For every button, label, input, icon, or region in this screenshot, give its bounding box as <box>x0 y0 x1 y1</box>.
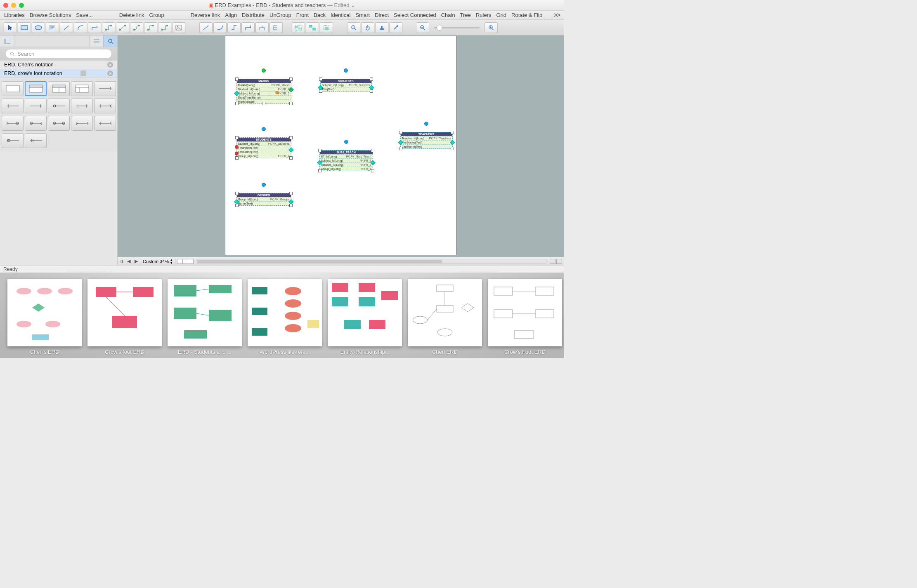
gallery-thumb[interactable]: Chen's ERD <box>7 279 82 355</box>
prev-page-button[interactable]: ◀ <box>125 259 132 264</box>
conn-style-straight[interactable] <box>199 22 213 33</box>
tool-connector-2[interactable] <box>116 22 129 33</box>
lock-shapes[interactable] <box>320 22 333 33</box>
tool-arc[interactable] <box>74 22 87 33</box>
rotate-handle[interactable] <box>262 68 266 73</box>
menu-delete-link[interactable]: Delete link <box>119 12 144 18</box>
tool-ellipse[interactable] <box>32 22 45 33</box>
group-shapes[interactable] <box>292 22 305 33</box>
entity-groups[interactable]: GROUPS Group_Id(Long)PK:PK_Groups Name(T… <box>236 193 291 206</box>
fit-width-button[interactable] <box>550 259 555 264</box>
horizontal-scrollbar[interactable] <box>196 259 547 264</box>
stencil-relation-4[interactable] <box>48 99 70 113</box>
menu-ungroup[interactable]: UnGroup <box>269 12 291 18</box>
menu-chain[interactable]: Chain <box>441 12 455 18</box>
rotate-handle[interactable] <box>344 140 348 144</box>
entity-marks[interactable]: MARKS MarkId(Long)PK:PK_Marks Student_Id… <box>236 79 291 104</box>
rotate-handle[interactable] <box>262 127 266 131</box>
tool-pan[interactable] <box>361 22 374 33</box>
menu-grid[interactable]: Grid <box>496 12 506 18</box>
menu-rulers[interactable]: Rulers <box>476 12 492 18</box>
conn-style-smart[interactable] <box>241 22 255 33</box>
gallery-thumb[interactable]: Crow's foot ERD <box>87 279 162 355</box>
entity-subj-teach[interactable]: SUBJ_TEACH ST_Id(Long)PK:PK_Subj_Teach S… <box>319 150 373 171</box>
menu-smart[interactable]: Smart <box>355 12 370 18</box>
rotate-handle[interactable] <box>424 122 428 126</box>
tool-elbow[interactable] <box>88 22 101 33</box>
zoom-slider[interactable] <box>434 27 480 28</box>
stencil-relation-5[interactable] <box>71 99 93 113</box>
stencil-relation-6[interactable] <box>94 99 116 113</box>
page-thumbnails[interactable] <box>177 259 193 264</box>
menu-distribute[interactable]: Distribute <box>242 12 265 18</box>
stencil-relation-1[interactable] <box>94 81 116 96</box>
tool-connector-3[interactable] <box>130 22 143 33</box>
tool-select[interactable] <box>4 22 17 33</box>
stencil-relation-2[interactable] <box>2 99 24 113</box>
tool-text[interactable] <box>46 22 59 33</box>
menu-browse-solutions[interactable]: Browse Solutions <box>30 12 71 18</box>
gallery-thumb[interactable]: Entity-Relationship... <box>328 279 402 355</box>
tool-connector-1[interactable] <box>102 22 115 33</box>
menu-back[interactable]: Back <box>314 12 326 18</box>
library-row-crows-foot[interactable]: ERD, crow's foot notation ✕ <box>0 69 117 78</box>
panel-toggle-icon[interactable] <box>0 35 14 47</box>
stencil-relation-10[interactable] <box>71 116 93 131</box>
stencil-relation-13[interactable] <box>25 133 47 148</box>
tool-connector-4[interactable] <box>144 22 157 33</box>
gallery-thumb[interactable]: ERD - Students and ... <box>168 279 242 355</box>
rotate-handle[interactable] <box>262 183 266 187</box>
menu-save[interactable]: Save... <box>76 12 92 18</box>
stencil-relation-3[interactable] <box>25 99 47 113</box>
stepper-icon[interactable]: ▴▾ <box>170 259 173 264</box>
entity-students[interactable]: STUDENTS Student_Id(Long)PK:PK_Students … <box>236 137 291 158</box>
stencil-entity-3[interactable] <box>48 81 70 96</box>
rotate-handle[interactable] <box>344 68 348 73</box>
conn-style-curve[interactable] <box>213 22 227 33</box>
menu-identical[interactable]: Identical <box>331 12 350 18</box>
stencil-entity-2[interactable] <box>25 81 47 96</box>
entity-subjects[interactable]: SUBJECTS Subject_Id(Long)PK:PK_Subjects … <box>320 79 372 92</box>
stencil-relation-9[interactable] <box>48 116 70 131</box>
stencil-relation-8[interactable] <box>25 116 47 131</box>
gallery-thumb[interactable]: Chen ERD <box>408 279 482 355</box>
tool-line[interactable] <box>60 22 73 33</box>
menu-libraries[interactable]: Libraries <box>4 12 25 18</box>
tool-eyedropper[interactable] <box>389 22 402 33</box>
library-search-toggle[interactable] <box>103 35 117 47</box>
stencil-relation-12[interactable] <box>2 133 24 148</box>
next-page-button[interactable]: ▶ <box>132 259 140 264</box>
save-library-icon[interactable] <box>80 71 86 76</box>
fit-page-button[interactable] <box>556 259 562 264</box>
ungroup-shapes[interactable] <box>306 22 319 33</box>
library-row-chen[interactable]: ERD, Chen's notation ✕ <box>0 61 117 69</box>
menu-front[interactable]: Front <box>296 12 309 18</box>
menu-rotate-flip[interactable]: Rotate & Flip <box>511 12 542 18</box>
tool-stamp[interactable] <box>375 22 388 33</box>
zoom-slider-thumb[interactable] <box>437 25 442 31</box>
stencil-entity-1[interactable] <box>2 81 24 96</box>
zoom-in-button[interactable] <box>484 22 498 33</box>
tool-zoom[interactable] <box>347 22 360 33</box>
menu-direct[interactable]: Direct <box>375 12 389 18</box>
menu-overflow[interactable]: >> <box>553 12 560 19</box>
list-view-icon[interactable] <box>89 35 103 47</box>
close-icon[interactable]: ✕ <box>107 71 113 76</box>
edited-indicator[interactable]: — Edited ⌄ <box>327 2 355 8</box>
tool-connector-5[interactable] <box>158 22 171 33</box>
stencil-relation-7[interactable] <box>2 116 24 131</box>
zoom-out-button[interactable] <box>416 22 429 33</box>
stencil-relation-11[interactable] <box>94 116 116 131</box>
entity-teachers[interactable]: TEACHERS Teacher_Id(Long)PK:PK_Teachers … <box>400 132 453 149</box>
menu-tree[interactable]: Tree <box>460 12 471 18</box>
menu-group[interactable]: Group <box>149 12 164 18</box>
conn-style-ortho[interactable] <box>227 22 241 33</box>
menu-align[interactable]: Align <box>225 12 237 18</box>
gallery-thumb[interactable]: Crow's Foot ERD <box>488 279 562 355</box>
tool-insert-image[interactable] <box>172 22 185 33</box>
close-icon[interactable]: ✕ <box>107 62 113 68</box>
library-search-input[interactable]: Search <box>6 49 111 58</box>
menu-select-connected[interactable]: Select Connected <box>394 12 436 18</box>
pause-preview-button[interactable]: ⏸ <box>118 259 125 264</box>
diagram-page[interactable]: MARKS MarkId(Long)PK:PK_Marks Student_Id… <box>225 36 457 255</box>
